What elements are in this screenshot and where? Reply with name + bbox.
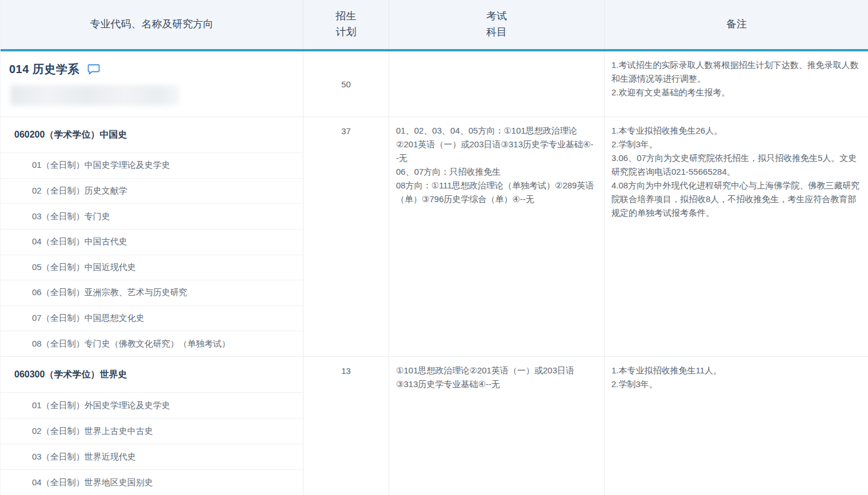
department-remarks-cell: 1.考试招生的实际录取人数将根据招生计划下达数、推免录取人数和生源情况等进行调整…	[605, 51, 868, 116]
major-group-row: 060200（学术学位）中国史 01（全日制）中国史学理论及史学史 02（全日制…	[1, 117, 868, 357]
direction-row: 02（全日制）历史文献学	[1, 178, 303, 204]
table-header-row: 专业代码、名称及研究方向 招生 计划 考试 科目 备注	[1, 0, 868, 51]
header-major-column: 专业代码、名称及研究方向	[1, 0, 303, 49]
major-remarks-cell: 1.本专业拟招收推免生26人。 2.学制3年。 3.06、07方向为文史研究院依…	[605, 117, 868, 356]
direction-row: 01（全日制）外国史学理论及史学史	[1, 392, 303, 418]
direction-row: 05（全日制）中国近现代史	[1, 255, 303, 280]
department-title: 014 历史学系	[9, 62, 79, 77]
direction-row: 03（全日制）世界近现代史	[1, 444, 303, 469]
department-plan-cell: 50	[303, 51, 389, 116]
major-group-title: 060300（学术学位）世界史	[1, 357, 303, 392]
major-plan-cell: 13	[303, 357, 389, 495]
major-exam-cell: 01、02、03、04、05方向：①101思想政治理论②201英语（一）或203…	[389, 117, 605, 356]
comment-bubble-icon[interactable]	[87, 63, 101, 76]
direction-row: 03（全日制）专门史	[1, 203, 303, 229]
direction-row: 08（全日制）专门史（佛教文化研究）（单独考试）	[1, 331, 303, 356]
header-plan-column: 招生 计划	[303, 0, 389, 49]
header-remarks-column: 备注	[605, 0, 868, 49]
department-exam-cell	[389, 51, 605, 116]
direction-row: 06（全日制）亚洲宗教、艺术与历史研究	[1, 280, 303, 305]
direction-row: 02（全日制）世界上古史中古史	[1, 418, 303, 444]
department-row: 014 历史学系 50 1.考试招生的实际录取人数将根据招生计划下达数、推免录取…	[1, 51, 868, 117]
major-plan-cell: 37	[303, 117, 389, 356]
header-exam-column: 考试 科目	[389, 0, 605, 49]
direction-row: 01（全日制）中国史学理论及史学史	[1, 152, 303, 178]
blurred-redacted-text	[10, 85, 179, 106]
major-group-row: 060300（学术学位）世界史 01（全日制）外国史学理论及史学史 02（全日制…	[1, 357, 868, 495]
direction-row: 04（全日制）世界地区史国别史	[1, 469, 303, 495]
major-directions-cell: 060200（学术学位）中国史 01（全日制）中国史学理论及史学史 02（全日制…	[1, 117, 303, 356]
department-name-cell: 014 历史学系	[1, 51, 303, 116]
direction-row: 07（全日制）中国思想文化史	[1, 305, 303, 331]
direction-row: 04（全日制）中国古代史	[1, 229, 303, 255]
major-group-title: 060200（学术学位）中国史	[1, 117, 303, 152]
major-remarks-cell: 1.本专业拟招收推免生11人。 2.学制3年。	[605, 357, 868, 495]
major-exam-cell: ①101思想政治理论②201英语（一）或203日语③313历史学专业基础④--无	[389, 357, 605, 495]
major-directions-cell: 060300（学术学位）世界史 01（全日制）外国史学理论及史学史 02（全日制…	[1, 357, 303, 495]
admissions-table-page: 专业代码、名称及研究方向 招生 计划 考试 科目 备注 014 历史学系 50 …	[0, 0, 868, 495]
